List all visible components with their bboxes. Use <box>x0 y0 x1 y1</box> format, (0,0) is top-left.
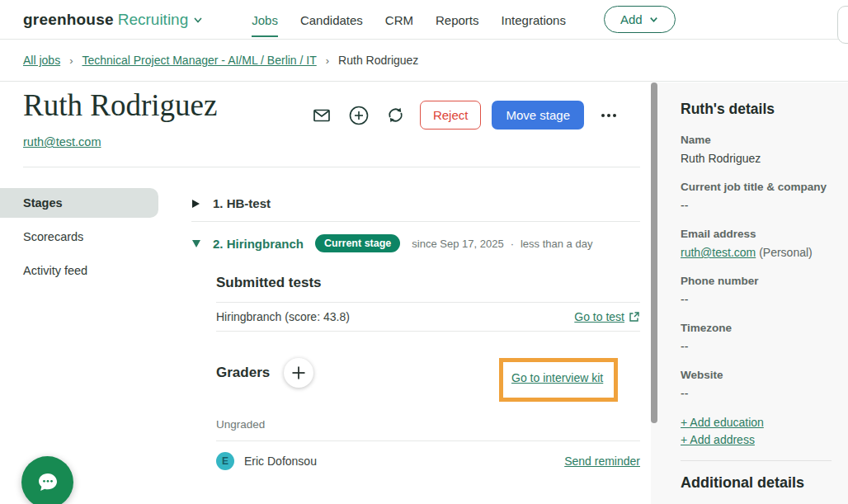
email-candidate-button[interactable] <box>309 102 335 129</box>
breadcrumb-current: Ruth Rodriguez <box>338 54 418 67</box>
detail-email-link[interactable]: ruth@test.com <box>681 246 756 259</box>
meta-dot: · <box>511 238 514 250</box>
candidate-profile-page: greenhouse Recruiting Jobs Candidates CR… <box>0 0 848 504</box>
stage-row-hiringbranch[interactable]: 2. Hiringbranch Current stage since Sep … <box>191 222 640 254</box>
reject-button[interactable]: Reject <box>420 101 482 130</box>
add-grader-button[interactable] <box>284 358 313 388</box>
candidate-actions: Reject Move stage <box>309 101 623 130</box>
breadcrumb-all-jobs[interactable]: All jobs <box>23 54 60 67</box>
grader-name: Eric Dofonsou <box>244 455 564 468</box>
plus-icon <box>291 365 306 380</box>
field-value: -- <box>681 340 832 353</box>
submitted-tests-title: Submitted tests <box>216 275 640 291</box>
candidate-details-sidebar: Ruth's details Name Ruth Rodriguez Curre… <box>651 82 848 504</box>
graders-section-header: Graders Go to interview kit <box>216 358 640 402</box>
detail-field-name: Name Ruth Rodriguez <box>681 134 832 165</box>
nav-item-jobs[interactable]: Jobs <box>252 2 278 37</box>
graders-title: Graders <box>216 365 270 381</box>
stages-panel: 1. HB-test 2. Hiringbranch Current stage… <box>191 167 640 504</box>
field-label: Email address <box>681 228 832 240</box>
stage-label: 1. HB-test <box>213 196 271 210</box>
breadcrumb: All jobs › Technical Project Manager - A… <box>0 40 848 82</box>
chevron-down-icon <box>648 14 659 25</box>
go-to-interview-kit-link[interactable]: Go to interview kit <box>511 371 603 384</box>
field-label: Name <box>681 134 832 146</box>
transfer-candidate-button[interactable] <box>383 102 409 129</box>
breadcrumb-separator: › <box>69 54 73 67</box>
field-label: Phone number <box>681 275 832 287</box>
candidate-body: Stages Scorecards Activity feed 1. HB-te… <box>0 167 651 504</box>
detail-field-job-title: Current job title & company -- <box>681 181 832 212</box>
logo-product-name: Recruiting <box>118 11 189 29</box>
sidebar-item-stages[interactable]: Stages <box>0 188 158 218</box>
candidate-email-link[interactable]: ruth@test.com <box>23 135 101 148</box>
field-value: -- <box>681 387 832 400</box>
stage-since: since Sep 17, 2025 <box>412 238 503 250</box>
candidate-section-nav: Stages Scorecards Activity feed <box>0 167 158 504</box>
main-content: Ruth Rodriguez ruth@test.com <box>0 82 651 504</box>
triangle-right-icon <box>191 199 200 209</box>
chat-bubble-icon <box>35 470 60 495</box>
field-value: Ruth Rodriguez <box>681 152 832 165</box>
field-value: -- <box>681 293 832 306</box>
add-candidate-info-button[interactable] <box>346 102 372 129</box>
top-navigation: greenhouse Recruiting Jobs Candidates CR… <box>0 0 848 40</box>
nav-item-reports[interactable]: Reports <box>436 2 479 37</box>
field-label: Website <box>681 369 832 381</box>
email-type-suffix: (Personal) <box>759 246 813 259</box>
detail-field-phone: Phone number -- <box>681 275 832 306</box>
add-education-link[interactable]: + Add education <box>681 416 832 429</box>
ungraded-status: Ungraded <box>216 418 640 431</box>
greenhouse-logo[interactable]: greenhouse Recruiting <box>23 11 204 29</box>
additional-details-title: Additional details <box>681 474 832 492</box>
nav-item-crm[interactable]: CRM <box>385 2 413 37</box>
plus-circle-icon <box>348 105 370 126</box>
field-label: Current job title & company <box>681 181 832 193</box>
add-button[interactable]: Add <box>604 6 676 33</box>
more-options-button[interactable] <box>595 101 623 130</box>
current-stage-badge: Current stage <box>315 234 400 252</box>
candidate-header: Ruth Rodriguez ruth@test.com <box>0 82 651 149</box>
sidebar-item-activity-feed[interactable]: Activity feed <box>0 256 158 285</box>
detail-field-email: Email address ruth@test.com (Personal) <box>681 228 832 259</box>
nav-item-candidates[interactable]: Candidates <box>300 2 363 37</box>
support-chat-button[interactable] <box>21 456 73 504</box>
scrollbar-thumb[interactable] <box>651 82 657 423</box>
breadcrumb-job[interactable]: Technical Project Manager - AI/ML / Berl… <box>82 54 316 67</box>
detail-field-website: Website -- <box>681 369 832 400</box>
stage-label: 2. Hiringbranch <box>213 237 304 251</box>
sidebar-item-scorecards[interactable]: Scorecards <box>0 222 158 252</box>
primary-nav: Jobs Candidates CRM Reports Integrations <box>252 2 566 37</box>
envelope-icon <box>312 106 332 125</box>
chevron-down-icon <box>192 14 204 26</box>
go-to-test-link[interactable]: Go to test <box>574 310 624 323</box>
nav-item-integrations[interactable]: Integrations <box>502 2 566 37</box>
send-reminder-link[interactable]: Send reminder <box>564 455 640 468</box>
move-stage-button[interactable]: Move stage <box>492 101 584 130</box>
stage-expanded-body: Submitted tests Hiringbranch (score: 43.… <box>191 275 640 483</box>
field-value: -- <box>681 199 832 212</box>
submitted-test-row: Hiringbranch (score: 43.8) Go to test <box>216 302 640 332</box>
field-label: Timezone <box>681 322 832 334</box>
grader-row: E Eric Dofonsou Send reminder <box>216 440 640 483</box>
grader-avatar: E <box>216 452 234 470</box>
details-title: Ruth's details <box>681 101 832 118</box>
external-link-icon <box>629 311 640 323</box>
more-options-icon <box>601 114 605 117</box>
detail-field-timezone: Timezone -- <box>681 322 832 353</box>
stage-row-hb-test[interactable]: 1. HB-test <box>191 186 640 222</box>
logo-wordmark: greenhouse <box>23 11 114 29</box>
stage-duration: less than a day <box>521 238 592 250</box>
highlight-annotation-box: Go to interview kit <box>499 358 618 402</box>
test-name: Hiringbranch (score: 43.8) <box>216 310 350 323</box>
cycle-arrows-icon <box>385 105 406 125</box>
breadcrumb-separator: › <box>326 54 329 67</box>
partial-search-box[interactable] <box>837 6 848 44</box>
add-button-label: Add <box>620 12 643 26</box>
stage-meta: since Sep 17, 2025 · less than a day <box>412 238 592 250</box>
sidebar-divider <box>681 460 832 461</box>
triangle-down-icon <box>191 239 201 248</box>
add-address-link[interactable]: + Add address <box>681 433 832 446</box>
